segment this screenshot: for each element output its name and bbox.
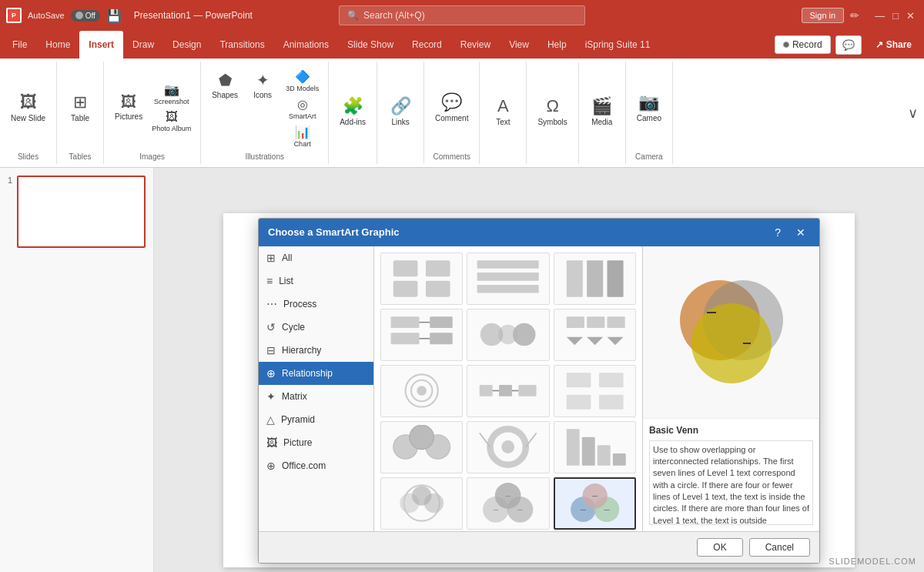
sidebar-item-cycle[interactable]: ↺ Cycle bbox=[259, 316, 373, 339]
symbols-button[interactable]: Ω Symbols bbox=[533, 93, 571, 129]
svg-rect-47 bbox=[613, 453, 626, 465]
svg-point-39 bbox=[410, 425, 434, 450]
models-button[interactable]: 🔷 3D Models bbox=[283, 68, 322, 94]
chart-icon: 📊 bbox=[295, 125, 310, 139]
preview-panel: Basic Venn Use to show overlapping or in… bbox=[642, 246, 819, 531]
diagram-item-2[interactable] bbox=[467, 253, 549, 305]
ribbon-group-illustrations: ⬟ Shapes ✦ Icons 🔷 3D Models ◎ SmartArt bbox=[201, 62, 329, 164]
tab-home[interactable]: Home bbox=[36, 31, 79, 59]
diagram-item-7[interactable] bbox=[380, 365, 463, 417]
tab-help[interactable]: Help bbox=[538, 31, 576, 59]
cancel-button[interactable]: Cancel bbox=[749, 538, 810, 557]
shapes-icon: ⬟ bbox=[219, 71, 232, 89]
svg-text:—: — bbox=[506, 493, 511, 498]
diagram-item-3[interactable] bbox=[554, 253, 636, 305]
maximize-button[interactable]: □ bbox=[892, 10, 899, 22]
sidebar-item-relationship[interactable]: ⊕ Relationship bbox=[259, 362, 373, 385]
comment-button[interactable]: 💬 bbox=[835, 35, 862, 55]
main-area: 1 Choose a SmartArt Graphic ? ✕ bbox=[0, 168, 924, 572]
icons-button[interactable]: ✦ Icons bbox=[246, 68, 280, 102]
share-button[interactable]: ↗ Share bbox=[866, 36, 921, 53]
slide-thumbnail[interactable] bbox=[17, 176, 146, 248]
svg-rect-46 bbox=[597, 445, 610, 465]
sidebar-item-picture[interactable]: 🖼 Picture bbox=[259, 431, 373, 454]
screenshot-button[interactable]: 📷 Screenshot bbox=[149, 81, 194, 107]
tab-animations[interactable]: Animations bbox=[274, 31, 338, 59]
tab-view[interactable]: View bbox=[500, 31, 538, 59]
tab-draw[interactable]: Draw bbox=[123, 31, 163, 59]
app-logo: P bbox=[6, 8, 22, 23]
sidebar-label-relationship: Relationship bbox=[282, 368, 333, 379]
search-bar[interactable]: 🔍 Search (Alt+Q) bbox=[339, 5, 585, 25]
dialog-title: Choose a SmartArt Graphic bbox=[268, 226, 400, 238]
sidebar-item-all[interactable]: ⊞ All bbox=[259, 246, 373, 269]
diagram-item-13[interactable] bbox=[380, 477, 463, 530]
app-title: Presentation1 — PowerPoint bbox=[134, 10, 253, 21]
links-button[interactable]: 🔗 Links bbox=[383, 93, 417, 129]
tab-slideshow[interactable]: Slide Show bbox=[338, 31, 403, 59]
chart-button[interactable]: 📊 Chart bbox=[283, 123, 322, 149]
diagram-item-15[interactable]: — — — bbox=[554, 477, 636, 530]
diagram-item-9[interactable] bbox=[554, 365, 636, 417]
cycle-icon: ↺ bbox=[266, 321, 276, 333]
diagram-item-6[interactable] bbox=[554, 309, 636, 361]
record-button[interactable]: Record bbox=[775, 35, 831, 54]
shapes-button[interactable]: ⬟ Shapes bbox=[207, 68, 243, 102]
save-icon[interactable]: 💾 bbox=[106, 8, 122, 23]
photo-album-button[interactable]: 🖼 Photo Album bbox=[149, 109, 194, 134]
diagram-item-1[interactable] bbox=[380, 253, 463, 305]
title-icons: ✏ bbox=[850, 9, 859, 22]
tab-review[interactable]: Review bbox=[451, 31, 500, 59]
sidebar-item-list[interactable]: ≡ List bbox=[259, 269, 373, 293]
tab-transitions[interactable]: Transitions bbox=[210, 31, 273, 59]
sidebar-label-cycle: Cycle bbox=[282, 322, 305, 333]
close-button[interactable]: ✕ bbox=[906, 10, 915, 22]
text-button[interactable]: A Text bbox=[486, 93, 520, 129]
diagram-item-12[interactable] bbox=[554, 421, 636, 473]
svg-rect-44 bbox=[566, 429, 579, 465]
ribbon-group-addins: 🧩 Add-ins bbox=[329, 62, 377, 164]
diagram-item-4[interactable] bbox=[380, 309, 463, 361]
diagram-item-14[interactable]: — — — bbox=[467, 477, 549, 530]
diagram-item-10[interactable] bbox=[380, 421, 463, 473]
pictures-button[interactable]: 🖼 Pictures bbox=[110, 90, 147, 124]
signin-button[interactable]: Sign in bbox=[802, 8, 845, 23]
diagram-item-8[interactable] bbox=[467, 365, 549, 417]
smartart-dialog: Choose a SmartArt Graphic ? ✕ ⊞ All bbox=[258, 218, 820, 564]
ok-button[interactable]: OK bbox=[697, 538, 742, 557]
sidebar-item-hierarchy[interactable]: ⊟ Hierarchy bbox=[259, 339, 373, 362]
chevron-down-icon[interactable]: ∨ bbox=[908, 105, 918, 122]
cameo-button[interactable]: 📷 Cameo bbox=[632, 89, 666, 125]
tab-insert[interactable]: Insert bbox=[79, 31, 123, 59]
illustrations-group-label: Illustrations bbox=[245, 152, 284, 161]
tab-record[interactable]: Record bbox=[403, 31, 451, 59]
ribbon-group-links: 🔗 Links bbox=[377, 62, 424, 164]
svg-rect-33 bbox=[566, 373, 591, 387]
tab-ispring[interactable]: iSpring Suite 11 bbox=[576, 31, 660, 59]
minimize-button[interactable]: — bbox=[875, 10, 885, 22]
sidebar-label-list: List bbox=[279, 276, 293, 286]
sidebar-item-office[interactable]: ⊕ Office.com bbox=[259, 454, 373, 477]
sidebar-item-pyramid[interactable]: △ Pyramid bbox=[259, 408, 373, 431]
smartart-button[interactable]: ◎ SmartArt bbox=[283, 95, 322, 122]
sidebar-item-process[interactable]: ⋯ Process bbox=[259, 293, 373, 316]
addins-button[interactable]: 🧩 Add-ins bbox=[335, 93, 370, 129]
table-button[interactable]: ⊞ Table bbox=[63, 89, 97, 125]
svg-rect-2 bbox=[393, 280, 418, 296]
pencil-icon[interactable]: ✏ bbox=[850, 9, 859, 22]
autosave-toggle[interactable]: Off bbox=[71, 10, 100, 22]
new-slide-button[interactable]: 🖼 New Slide bbox=[6, 89, 50, 125]
cameo-icon: 📷 bbox=[638, 92, 659, 112]
svg-marker-23 bbox=[587, 328, 603, 345]
sidebar-label-matrix: Matrix bbox=[282, 391, 307, 402]
tab-file[interactable]: File bbox=[3, 31, 36, 59]
dialog-help-button[interactable]: ? bbox=[770, 225, 785, 240]
diagram-item-11[interactable] bbox=[467, 421, 549, 473]
svg-rect-10 bbox=[391, 316, 420, 328]
dialog-close-button[interactable]: ✕ bbox=[792, 225, 810, 240]
sidebar-item-matrix[interactable]: ✦ Matrix bbox=[259, 385, 373, 408]
tab-design[interactable]: Design bbox=[163, 31, 210, 59]
diagram-item-5[interactable] bbox=[467, 309, 549, 361]
comment-ribbon-button[interactable]: 💬 Comment bbox=[430, 89, 473, 125]
media-button[interactable]: 🎬 Media bbox=[585, 93, 619, 129]
